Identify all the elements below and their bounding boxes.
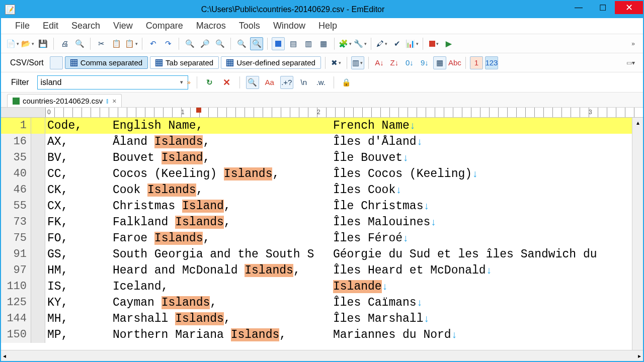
record-macro-button[interactable]: [427, 37, 440, 50]
scroll-up-button[interactable]: ▴: [632, 118, 643, 128]
gutter: [31, 262, 45, 279]
sort-desc-button[interactable]: Z↓: [388, 56, 401, 69]
horizontal-scrollbar[interactable]: ◂ ▸: [1, 350, 643, 361]
menu-help[interactable]: Help: [313, 19, 342, 33]
menu-window[interactable]: Window: [268, 19, 310, 33]
data-row[interactable]: 73 FK, Falkland Islands, Îles Malouines↓: [1, 214, 632, 230]
new-file-button[interactable]: 📄: [6, 37, 19, 50]
gutter: [31, 279, 45, 295]
menu-view[interactable]: View: [108, 19, 138, 33]
data-row[interactable]: 91 GS, South Georgia and the South S Géo…: [1, 246, 632, 262]
cell-english: Falkland Islands,: [111, 214, 331, 230]
filter-refresh-button[interactable]: ↻: [203, 76, 216, 89]
comma-separated-button[interactable]: Comma separated: [65, 56, 148, 69]
large-file-button[interactable]: ▦: [317, 37, 330, 50]
menu-compare[interactable]: Compare: [141, 19, 188, 33]
find-next-button[interactable]: 🔍: [213, 37, 226, 50]
header-row[interactable]: 1 Code, English Name, French Name↓: [1, 118, 632, 134]
filter-toolbar-toggle[interactable]: 🔍: [250, 37, 263, 50]
menu-tools[interactable]: Tools: [234, 19, 265, 33]
data-row[interactable]: 35 BV, Bouvet Island, Île Bouvet↓: [1, 150, 632, 166]
filter-history-dropdown[interactable]: ▾: [180, 79, 183, 85]
filter-advanced-toggle[interactable]: »: [187, 78, 191, 86]
spell-button[interactable]: ✔: [390, 37, 404, 50]
heading-1-button[interactable]: 1: [470, 56, 483, 69]
menu-search[interactable]: Search: [66, 19, 105, 33]
data-row[interactable]: 40 CC, Cocos (Keeling) Islands, Îles Coc…: [1, 166, 632, 182]
output-button[interactable]: ▥: [302, 37, 315, 50]
cell-english: Åland Islands,: [111, 134, 331, 150]
line-number: 110: [1, 279, 31, 295]
minimize-button[interactable]: —: [567, 1, 591, 14]
filter-input[interactable]: [37, 75, 188, 89]
cell-french: Mariannes du Nord↓: [331, 327, 632, 343]
scroll-right-button[interactable]: ▸: [638, 352, 641, 359]
print-preview-button[interactable]: 🔍: [73, 37, 86, 50]
sort-options-button[interactable]: ▦: [433, 56, 446, 69]
run-macro-button[interactable]: ▶: [442, 37, 455, 50]
marker-button[interactable]: 🖍: [375, 37, 388, 50]
user-separated-button[interactable]: User-defined separated: [221, 56, 321, 69]
replace-button[interactable]: 🔎: [198, 37, 211, 50]
sort-num-desc-button[interactable]: 9↓: [418, 56, 431, 69]
data-row[interactable]: 97 HM, Heard and McDonald Islands, Îles …: [1, 262, 632, 279]
menu-macros[interactable]: Macros: [191, 19, 231, 33]
csv-toolbar-overflow[interactable]: ▭▾: [626, 59, 638, 66]
csv-options-button[interactable]: ✖: [330, 56, 343, 69]
filter-lock-button[interactable]: 🔒: [340, 76, 353, 89]
plugins-button[interactable]: 🧩: [339, 37, 352, 50]
line-number: 97: [1, 262, 31, 279]
csv-mode-button[interactable]: [272, 37, 285, 50]
find-in-files-button[interactable]: 🔍: [235, 37, 248, 50]
titlebar[interactable]: C:\Users\Public\countries-20140629.csv -…: [1, 1, 643, 18]
sort-asc-button[interactable]: A↓: [373, 56, 386, 69]
copy-button[interactable]: 📋: [110, 37, 123, 50]
redo-button[interactable]: ↷: [162, 37, 175, 50]
remove-duplicates-button[interactable]: Abc: [448, 56, 461, 69]
save-button[interactable]: 💾: [36, 37, 49, 50]
scroll-left-button[interactable]: ◂: [3, 352, 6, 359]
data-row[interactable]: 46 CK, Cook Islands, Îles Cook↓: [1, 182, 632, 198]
outline-button[interactable]: ▤: [287, 37, 300, 50]
filter-abort-button[interactable]: ✕: [220, 76, 233, 89]
text-rows[interactable]: 1 Code, English Name, French Name↓ 16 AX…: [1, 118, 632, 350]
cell-french: Îles d'Åland↓: [331, 134, 632, 150]
data-row[interactable]: 110 IS, Iceland, Islande↓: [1, 279, 632, 295]
menu-edit[interactable]: Edit: [38, 19, 63, 33]
cut-button[interactable]: ✂: [95, 37, 108, 50]
config-button[interactable]: 📊: [406, 37, 419, 50]
vertical-scrollbar[interactable]: ▴: [632, 118, 643, 350]
find-button[interactable]: 🔍: [183, 37, 196, 50]
columns-button[interactable]: ▥: [351, 56, 364, 69]
tab-separated-button[interactable]: Tab separated: [150, 56, 219, 69]
data-row[interactable]: 16 AX, Åland Islands, Îles d'Åland↓: [1, 134, 632, 150]
csv-mode-icon[interactable]: [50, 56, 63, 69]
toolbar-overflow[interactable]: »: [631, 40, 638, 47]
document-tab[interactable]: countries-20140629.csv ⫿ ×: [7, 94, 122, 107]
paste-button[interactable]: 📋: [125, 37, 138, 50]
filter-case-button[interactable]: Aa: [263, 76, 276, 89]
editor-area: 1 Code, English Name, French Name↓ 16 AX…: [1, 118, 643, 350]
data-row[interactable]: 55 CX, Christmas Island, Île Christmas↓: [1, 198, 632, 214]
ruler[interactable]: 0 1 2 3: [1, 108, 643, 118]
filter-regex-button[interactable]: .+?: [280, 76, 293, 89]
cell-english: Northern Mariana Islands,: [111, 327, 331, 343]
close-button[interactable]: ✕: [615, 1, 643, 14]
tab-close-button[interactable]: ×: [112, 97, 116, 105]
menu-file[interactable]: File: [10, 19, 35, 33]
open-file-button[interactable]: 📂: [21, 37, 34, 50]
filter-whole-word-button[interactable]: .w.: [314, 76, 328, 89]
csv-file-icon: [13, 98, 20, 105]
heading-123-button[interactable]: 123: [485, 56, 498, 69]
maximize-button[interactable]: ☐: [591, 1, 615, 14]
undo-button[interactable]: ↶: [146, 37, 159, 50]
filter-escape-button[interactable]: \n: [297, 76, 310, 89]
data-row[interactable]: 144 MH, Marshall Islands, Îles Marshall↓: [1, 311, 632, 327]
sort-num-asc-button[interactable]: 0↓: [403, 56, 416, 69]
data-row[interactable]: 150 MP, Northern Mariana Islands, Marian…: [1, 327, 632, 343]
print-button[interactable]: 🖨: [58, 37, 71, 50]
data-row[interactable]: 125 KY, Cayman Islands, Îles Caïmans↓: [1, 295, 632, 311]
data-row[interactable]: 75 FO, Faroe Islands, Îles Féroé↓: [1, 230, 632, 246]
tools-button[interactable]: 🔧: [354, 37, 367, 50]
filter-incremental-button[interactable]: 🔍: [246, 76, 259, 89]
